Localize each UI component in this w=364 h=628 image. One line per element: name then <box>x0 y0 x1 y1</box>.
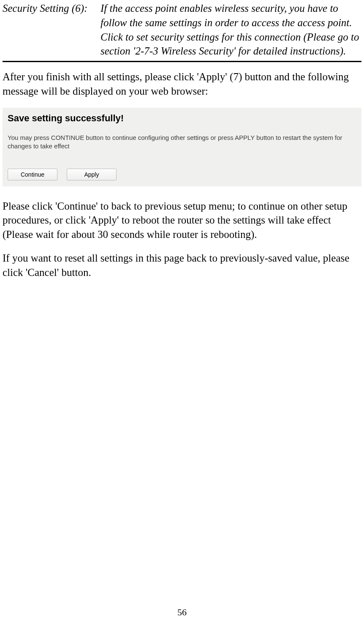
definition-term: Security Setting (6): <box>3 1 101 58</box>
definition-body: If the access point enables wireless sec… <box>101 1 361 58</box>
dialog-title: Save setting successfully! <box>8 112 356 125</box>
paragraph-continue-apply: Please click 'Continue' to back to previ… <box>3 199 361 242</box>
continue-button[interactable]: Continue <box>8 169 57 180</box>
apply-button[interactable]: Apply <box>67 169 117 180</box>
paragraph-apply-instruction: After you finish with all settings, plea… <box>3 70 361 98</box>
dialog-button-row: Continue Apply <box>8 166 356 180</box>
security-setting-definition: Security Setting (6): If the access poin… <box>3 1 361 58</box>
page-number: 56 <box>0 606 364 619</box>
save-success-dialog: Save setting successfully! You may press… <box>3 108 361 186</box>
paragraph-cancel: If you want to reset all settings in thi… <box>3 251 361 280</box>
dialog-message: You may press CONTINUE button to continu… <box>8 134 356 151</box>
horizontal-rule <box>3 61 361 62</box>
